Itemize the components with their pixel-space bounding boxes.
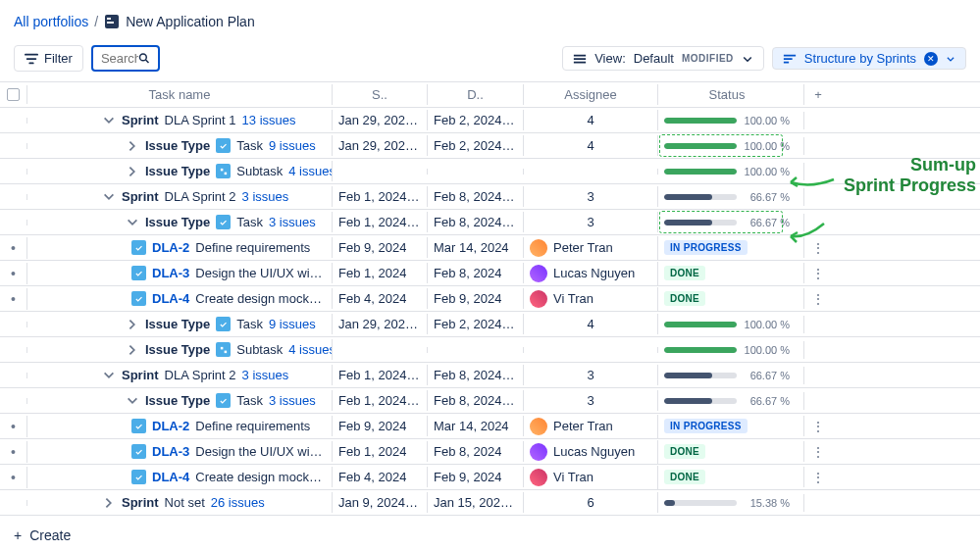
chevron-right-icon[interactable] bbox=[126, 139, 139, 153]
issue-count-link[interactable]: 3 issues bbox=[242, 189, 289, 204]
cell-d: Feb 9, 2024 bbox=[428, 467, 524, 487]
search-box[interactable] bbox=[91, 45, 160, 72]
cell-status[interactable]: DONE bbox=[658, 467, 804, 487]
cell-status[interactable]: DONE bbox=[658, 288, 804, 309]
select-all-checkbox[interactable] bbox=[7, 88, 20, 101]
view-selector[interactable]: View: Default MODIFIED bbox=[562, 46, 764, 71]
row-menu-button[interactable]: ⋮ bbox=[811, 240, 825, 256]
row-menu-button[interactable]: ⋮ bbox=[811, 291, 825, 307]
create-button[interactable]: + Create bbox=[14, 527, 71, 543]
cell-s: Feb 1, 2024 bbox=[333, 263, 428, 283]
row-handle[interactable]: • bbox=[11, 470, 16, 485]
chevron-right-icon[interactable] bbox=[126, 318, 139, 331]
issue-count-link[interactable]: 13 issues bbox=[242, 113, 296, 127]
issue-key[interactable]: DLA-3 bbox=[152, 266, 189, 280]
cell-d: Feb 2, 2024 - ... bbox=[428, 135, 524, 156]
row-handle[interactable]: • bbox=[11, 266, 16, 281]
cell-assignee-count: 4 bbox=[524, 135, 658, 156]
row-menu-button[interactable]: ⋮ bbox=[811, 444, 825, 460]
group-label: Issue Type bbox=[145, 164, 210, 178]
svg-rect-6 bbox=[221, 346, 224, 349]
issue-count-link[interactable]: 9 issues bbox=[269, 317, 316, 331]
cell-assignee-count: 4 bbox=[524, 110, 658, 130]
group-label: Sprint bbox=[122, 495, 159, 510]
subtask-type-icon bbox=[216, 164, 231, 178]
cell-d: Feb 8, 2024 -... bbox=[428, 212, 524, 232]
chevron-right-icon[interactable] bbox=[126, 343, 139, 357]
cell-assignee[interactable]: Vi Tran bbox=[524, 287, 658, 311]
chevron-down-icon[interactable] bbox=[102, 114, 116, 127]
issue-title: Define requirements bbox=[195, 240, 310, 255]
cell-s: Feb 9, 2024 bbox=[333, 237, 428, 258]
header-add-column[interactable]: + bbox=[804, 84, 832, 105]
cell-status[interactable]: IN PROGRESS bbox=[658, 237, 804, 258]
header-status[interactable]: Status bbox=[658, 84, 804, 105]
search-input[interactable] bbox=[101, 51, 138, 66]
chevron-down-icon[interactable] bbox=[102, 190, 116, 204]
chevron-down-icon bbox=[946, 54, 955, 64]
chevron-down-icon[interactable] bbox=[126, 394, 139, 408]
header-d[interactable]: D.. bbox=[428, 84, 524, 105]
cell-assignee[interactable]: Vi Tran bbox=[524, 466, 658, 489]
chevron-down-icon[interactable] bbox=[126, 216, 139, 229]
row-handle[interactable]: • bbox=[11, 240, 16, 256]
issue-key[interactable]: DLA-2 bbox=[152, 240, 189, 255]
row-handle[interactable]: • bbox=[11, 444, 16, 460]
issue-count-link[interactable]: 4 issues bbox=[288, 164, 333, 178]
task-type-icon bbox=[131, 266, 146, 280]
table-row: Issue TypeTask3 issuesFeb 1, 2024 - ...F… bbox=[0, 210, 980, 235]
breadcrumb-root[interactable]: All portfolios bbox=[14, 14, 88, 29]
chevron-right-icon[interactable] bbox=[102, 496, 116, 510]
filter-button[interactable]: Filter bbox=[14, 45, 83, 72]
issue-count-link[interactable]: 3 issues bbox=[269, 215, 316, 229]
cell-assignee[interactable]: Lucas Nguyen bbox=[524, 262, 658, 285]
issue-key[interactable]: DLA-2 bbox=[152, 419, 189, 433]
row-menu-button[interactable]: ⋮ bbox=[811, 419, 825, 434]
table-row: •DLA-2Define requirementsFeb 9, 2024Mar … bbox=[0, 414, 980, 439]
cell-status[interactable]: DONE bbox=[658, 263, 804, 283]
structure-close-icon[interactable]: ✕ bbox=[924, 52, 938, 66]
cell-assignee-count: 3 bbox=[524, 212, 658, 232]
avatar bbox=[530, 265, 547, 282]
cell-s: Feb 1, 2024 - ... bbox=[333, 365, 428, 385]
issue-count-link[interactable]: 9 issues bbox=[269, 138, 316, 153]
avatar bbox=[530, 239, 547, 257]
chevron-down-icon[interactable] bbox=[102, 369, 116, 382]
search-icon bbox=[138, 52, 150, 65]
cell-assignee[interactable]: Lucas Nguyen bbox=[524, 440, 658, 464]
table-row: •DLA-4Create design mockupsFeb 4, 2024Fe… bbox=[0, 286, 980, 312]
header-s[interactable]: S.. bbox=[333, 84, 428, 105]
view-prefix: View: bbox=[594, 51, 626, 66]
header-row: Task name S.. D.. Assignee Status + bbox=[0, 82, 980, 108]
row-handle[interactable]: • bbox=[11, 291, 16, 307]
issue-title: Design the UI/UX with localiz... bbox=[195, 444, 326, 459]
row-menu-button[interactable]: ⋮ bbox=[811, 470, 825, 485]
chevron-right-icon[interactable] bbox=[126, 165, 139, 178]
issue-key[interactable]: DLA-3 bbox=[152, 444, 189, 459]
chevron-down-icon bbox=[742, 53, 753, 65]
group-label: Sprint bbox=[122, 368, 159, 382]
header-assignee[interactable]: Assignee bbox=[524, 84, 658, 105]
avatar bbox=[530, 418, 547, 435]
cell-status[interactable]: DONE bbox=[658, 441, 804, 462]
group-label: Sprint bbox=[122, 189, 159, 204]
cell-status[interactable]: IN PROGRESS bbox=[658, 416, 804, 436]
issue-count-link[interactable]: 26 issues bbox=[211, 495, 265, 510]
cell-d: Mar 14, 2024 bbox=[428, 237, 524, 258]
issue-count-link[interactable]: 3 issues bbox=[242, 368, 289, 382]
row-handle[interactable]: • bbox=[11, 419, 16, 434]
issue-key[interactable]: DLA-4 bbox=[152, 470, 189, 484]
structure-button[interactable]: Structure by Sprints ✕ bbox=[772, 47, 966, 70]
table-row: SprintDLA Sprint 23 issuesFeb 1, 2024 - … bbox=[0, 363, 980, 388]
cell-assignee[interactable]: Peter Tran bbox=[524, 236, 658, 260]
issue-count-link[interactable]: 4 issues bbox=[288, 342, 333, 357]
table-row: Issue TypeSubtask4 issues100.00 % bbox=[0, 337, 980, 363]
issue-count-link[interactable]: 3 issues bbox=[269, 393, 316, 408]
type-name: Task bbox=[236, 393, 263, 408]
cell-assignee[interactable]: Peter Tran bbox=[524, 415, 658, 438]
issue-key[interactable]: DLA-4 bbox=[152, 291, 189, 306]
cell-progress: 100.00 % bbox=[658, 316, 804, 333]
row-menu-button[interactable]: ⋮ bbox=[811, 266, 825, 281]
cell-progress: 66.67 % bbox=[658, 392, 804, 410]
header-task[interactable]: Task name bbox=[27, 84, 333, 105]
